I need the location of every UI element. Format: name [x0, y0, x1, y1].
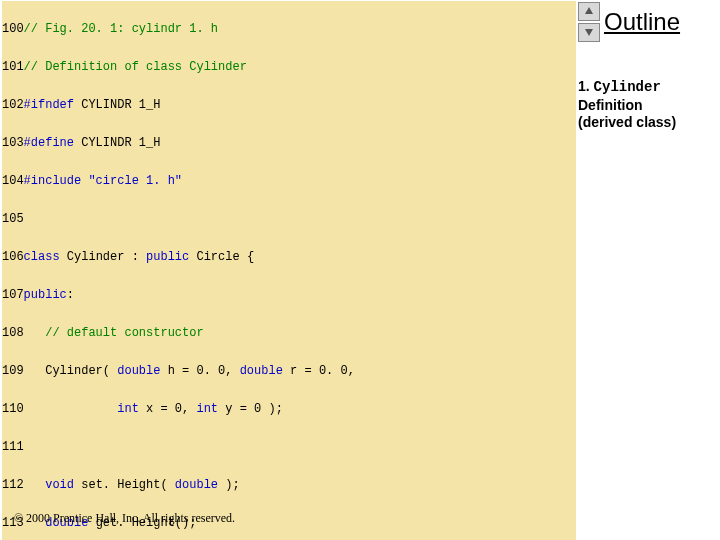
section-class-name: Cylinder: [594, 79, 661, 95]
code-line: 104#include "circle 1. h": [2, 172, 576, 191]
code-block: 100// Fig. 20. 1: cylindr 1. h 101// Def…: [2, 1, 576, 540]
code-line: 102#ifndef CYLINDR 1_H: [2, 96, 576, 115]
code-line: 112 void set. Height( double );: [2, 476, 576, 495]
svg-marker-1: [585, 29, 593, 36]
copyright-footer: © 2000 Prentice Hall, Inc. All rights re…: [14, 511, 235, 526]
outline-title: Outline: [604, 8, 680, 36]
section-number: 1.: [578, 78, 594, 94]
down-arrow-icon: [584, 27, 594, 39]
code-line: 103#define CYLINDR 1_H: [2, 134, 576, 153]
up-arrow-icon: [584, 6, 594, 18]
code-line: 100// Fig. 20. 1: cylindr 1. h: [2, 20, 576, 39]
nav-down-button[interactable]: [578, 23, 600, 42]
code-line: 106class Cylinder : public Circle {: [2, 248, 576, 267]
code-line: 105: [2, 210, 576, 229]
code-line: 107public:: [2, 286, 576, 305]
outline-panel: Outline 1. Cylinder Definition (derived …: [578, 0, 718, 44]
code-line: 108 // default constructor: [2, 324, 576, 343]
section-note: 1. Cylinder Definition (derived class): [578, 78, 718, 132]
code-line: 111: [2, 438, 576, 457]
code-line: 101// Definition of class Cylinder: [2, 58, 576, 77]
svg-marker-0: [585, 7, 593, 14]
code-line: 109 Cylinder( double h = 0. 0, double r …: [2, 362, 576, 381]
section-rest: Definition: [578, 97, 643, 113]
nav-up-button[interactable]: [578, 2, 600, 21]
section-subtitle: (derived class): [578, 114, 676, 130]
code-line: 110 int x = 0, int y = 0 );: [2, 400, 576, 419]
